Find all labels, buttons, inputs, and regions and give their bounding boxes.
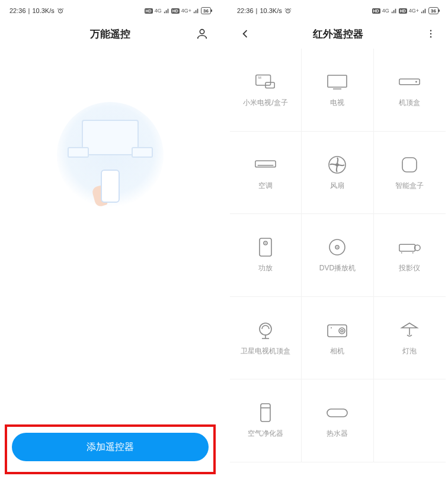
device-label: 风扇 (330, 181, 344, 190)
device-water-heater[interactable]: 热水器 (302, 379, 373, 462)
back-button[interactable] (239, 28, 251, 40)
device-label: 小米电视/盒子 (243, 98, 287, 107)
signal-icon-2 (193, 8, 199, 14)
signal-icon-2 (421, 8, 427, 14)
add-remote-button[interactable]: 添加遥控器 (12, 433, 209, 461)
add-remote-button-label: 添加遥控器 (87, 441, 134, 454)
page-title: 红外遥控器 (313, 27, 363, 41)
projector-icon (398, 238, 421, 257)
more-button[interactable] (425, 28, 436, 39)
set-top-box-icon (398, 72, 421, 91)
status-speed: 10.3K/s (260, 7, 281, 14)
svg-point-28 (260, 323, 271, 335)
svg-point-4 (430, 33, 431, 34)
device-label: 机顶盒 (399, 98, 420, 107)
device-amplifier[interactable]: 功放 (230, 214, 302, 297)
device-grid: MI 小米电视/盒子 电视 机顶盒 空调 (230, 49, 446, 462)
svg-point-20 (265, 242, 266, 244)
ac-icon (254, 155, 277, 174)
page-title: 万能遥控 (90, 27, 130, 41)
mi-tv-box-icon: MI (254, 72, 277, 91)
device-label: 智能盒子 (395, 181, 424, 190)
device-satellite-box[interactable]: 卫星电视机顶盒 (230, 297, 302, 380)
water-heater-icon (326, 403, 348, 422)
status-time: 22:36 (237, 7, 254, 14)
status-speed: 10.3K/s (32, 7, 54, 14)
alarm-icon (57, 7, 64, 14)
device-smart-box[interactable]: 智能盒子 (374, 132, 446, 215)
device-label: 空调 (258, 181, 273, 190)
device-empty (374, 379, 446, 462)
device-bulb[interactable]: 灯泡 (374, 297, 446, 380)
device-tv[interactable]: 电视 (302, 49, 373, 132)
svg-rect-17 (402, 158, 417, 172)
status-bar: 22:36 | 10.3K/s HD 4G HD 4G+ 36 (230, 2, 446, 19)
svg-point-34 (331, 327, 332, 328)
hd-badge-2: HD (171, 8, 180, 14)
phone-screen-right: 22:36 | 10.3K/s HD 4G HD 4G+ 36 红外遥控器 (230, 2, 446, 477)
device-ac[interactable]: 空调 (230, 132, 302, 215)
air-purifier-icon (254, 403, 277, 422)
svg-point-23 (337, 247, 338, 248)
device-label: 灯泡 (402, 347, 417, 355)
svg-rect-31 (328, 325, 347, 337)
status-bar: 22:36 | 10.3K/s HD 4G HD 4G+ 36 (2, 2, 218, 19)
tv-icon (326, 72, 348, 91)
svg-rect-38 (327, 409, 347, 417)
device-label: 空气净化器 (248, 429, 283, 438)
svg-point-16 (336, 164, 338, 166)
device-set-top-box[interactable]: 机顶盒 (374, 49, 446, 132)
hd-badge-1: HD (145, 8, 153, 14)
net-label-1: 4G (155, 8, 162, 14)
device-grid-container: MI 小米电视/盒子 电视 机顶盒 空调 (230, 49, 446, 477)
svg-rect-13 (255, 161, 276, 167)
fan-icon (326, 155, 348, 174)
battery-indicator: 36 (201, 7, 211, 14)
device-label: DVD播放机 (319, 264, 356, 272)
svg-point-32 (339, 328, 345, 334)
device-label: 功放 (258, 264, 273, 272)
device-label: 电视 (330, 98, 344, 107)
bulb-icon (398, 321, 421, 340)
device-label: 热水器 (327, 429, 348, 438)
alarm-icon (284, 7, 292, 14)
device-camera[interactable]: 相机 (302, 297, 373, 380)
svg-point-1 (200, 30, 204, 34)
svg-text:MI: MI (258, 76, 261, 79)
device-label: 投影仪 (399, 264, 420, 272)
device-mi-tv-box[interactable]: MI 小米电视/盒子 (230, 49, 302, 132)
highlight-annotation: 添加遥控器 (5, 424, 216, 474)
svg-rect-9 (328, 75, 347, 87)
device-fan[interactable]: 风扇 (302, 132, 373, 215)
svg-point-12 (415, 81, 417, 83)
nav-bar: 万能遥控 (2, 19, 218, 49)
svg-rect-24 (399, 244, 415, 251)
status-time: 22:36 (9, 7, 26, 14)
smart-box-icon (398, 155, 421, 174)
battery-indicator: 36 (428, 7, 439, 14)
hd-badge-1: HD (372, 8, 380, 14)
camera-icon (326, 321, 348, 340)
svg-point-5 (430, 36, 431, 37)
device-projector[interactable]: 投影仪 (374, 214, 446, 297)
device-label: 卫星电视机顶盒 (241, 347, 290, 355)
signal-icon-1 (164, 8, 169, 14)
device-label: 相机 (330, 347, 344, 355)
net-label-2: 4G+ (409, 8, 419, 14)
net-label-1: 4G (382, 8, 389, 14)
net-label-2: 4G+ (181, 8, 191, 14)
satellite-box-icon (254, 321, 277, 340)
nav-bar: 红外遥控器 (230, 19, 446, 49)
amplifier-icon (254, 238, 277, 257)
svg-point-33 (341, 330, 343, 332)
empty-state-illustration (2, 49, 218, 424)
phone-screen-left: 22:36 | 10.3K/s HD 4G HD 4G+ 36 万能遥控 (2, 2, 218, 477)
profile-icon[interactable] (196, 27, 209, 40)
signal-icon-1 (391, 8, 397, 14)
dvd-icon (326, 238, 348, 257)
svg-point-3 (430, 30, 431, 31)
svg-rect-36 (261, 404, 270, 421)
device-air-purifier[interactable]: 空气净化器 (230, 379, 302, 462)
hd-badge-2: HD (399, 8, 407, 14)
device-dvd[interactable]: DVD播放机 (302, 214, 373, 297)
